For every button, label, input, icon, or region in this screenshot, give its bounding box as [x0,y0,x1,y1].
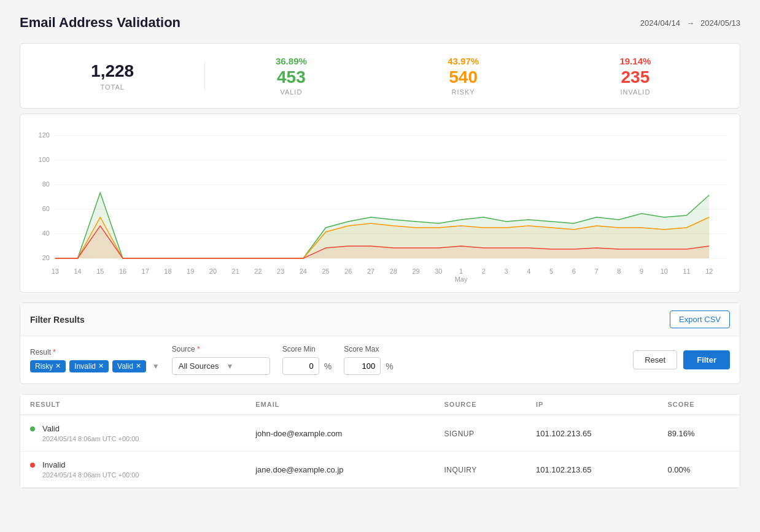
result-cell: Valid 2024/05/14 8:06am UTC +00:00 [20,415,246,452]
invalid-value: 235 [562,67,709,87]
svg-text:27: 27 [367,268,374,275]
result-cell: Invalid 2024/05/14 8:06am UTC +00:00 [20,452,246,488]
col-email: EMAIL [246,395,434,415]
export-csv-button[interactable]: Export CSV [670,310,730,328]
svg-text:14: 14 [74,268,81,275]
score-min-input[interactable] [282,357,319,375]
svg-text:16: 16 [119,268,126,275]
svg-text:5: 5 [549,268,553,275]
source-cell: INQUIRY [435,452,527,488]
filter-button[interactable]: Filter [683,350,730,369]
invalid-pct: 19.14% [562,56,709,66]
svg-text:3: 3 [505,268,508,275]
svg-text:7: 7 [594,268,598,275]
source-dropdown-arrow-icon: ▼ [226,362,233,371]
score-max-label: Score Max [344,345,393,353]
col-result: RESULT [20,395,246,415]
filter-body: Result * Risky ✕ Invalid ✕ Valid ✕ [20,336,740,384]
svg-text:60: 60 [42,205,50,212]
summary-card: 1,228 TOTAL 36.89% 453 VALID 43.97% 540 … [20,43,740,109]
risky-stat: 43.97% 540 RISKY [378,56,549,96]
svg-text:28: 28 [390,268,397,275]
score-max-input[interactable] [344,357,381,375]
filter-actions: Reset Filter [633,350,730,369]
date-range: 2024/04/14 → 2024/05/13 [640,18,740,28]
result-label: Valid [42,424,139,433]
result-filter-group: Result * Risky ✕ Invalid ✕ Valid ✕ [30,348,160,372]
tag-invalid[interactable]: Invalid ✕ [69,360,109,372]
score-min-label: Score Min [282,345,332,353]
email-cell: john-doe@example.com [246,415,434,452]
valid-label: VALID [217,88,365,96]
svg-text:30: 30 [435,268,442,275]
svg-text:19: 19 [187,268,194,275]
svg-text:4: 4 [527,268,530,275]
valid-stat: 36.89% 453 VALID [205,56,377,96]
table-row: Invalid 2024/05/14 8:06am UTC +00:00 jan… [20,452,740,488]
total-label: TOTAL [39,83,186,91]
result-label: Invalid [42,460,139,469]
date-start: 2024/04/14 [640,18,680,28]
filter-header: Filter Results Export CSV [20,303,740,336]
svg-text:12: 12 [705,268,713,275]
svg-text:17: 17 [142,268,149,275]
result-dropdown-arrow-icon[interactable]: ▼ [152,362,160,371]
score-max-group: Score Max % [344,345,393,375]
valid-value: 453 [217,67,365,87]
results-tbody: Valid 2024/05/14 8:06am UTC +00:00 john-… [20,415,740,488]
score-min-pct: % [324,361,332,371]
col-source: SOURCE [435,395,527,415]
invalid-stat: 19.14% 235 INVALID [549,56,721,96]
svg-text:26: 26 [344,268,352,275]
svg-text:40: 40 [42,229,50,237]
remove-risky-tag[interactable]: ✕ [55,362,61,370]
table-header-row: RESULT EMAIL SOURCE IP SCORE [20,395,740,415]
svg-text:120: 120 [39,131,50,139]
filter-title: Filter Results [30,315,85,325]
result-time: 2024/05/14 8:06am UTC +00:00 [42,435,139,442]
date-arrow-icon: → [686,18,694,28]
svg-text:6: 6 [572,268,576,275]
svg-text:May: May [455,276,468,283]
reset-button[interactable]: Reset [633,350,677,369]
remove-valid-tag[interactable]: ✕ [136,362,141,370]
ip-cell: 101.102.213.65 [526,452,658,488]
page-title: Email Address Validation [20,15,180,31]
svg-text:15: 15 [96,268,104,275]
svg-text:20: 20 [209,268,217,275]
svg-text:25: 25 [322,268,330,275]
score-max-row: % [344,357,393,375]
svg-text:24: 24 [300,268,307,275]
result-dot-icon [30,426,35,431]
svg-text:11: 11 [683,268,690,275]
tag-risky[interactable]: Risky ✕ [30,360,66,372]
svg-text:8: 8 [617,268,621,275]
svg-text:20: 20 [42,254,50,261]
svg-text:29: 29 [413,268,420,275]
result-filter-label: Result * [30,348,160,357]
filter-card: Filter Results Export CSV Result * Risky… [20,303,740,384]
svg-text:21: 21 [232,268,239,275]
invalid-label: INVALID [562,88,709,96]
source-select[interactable]: All Sources ▼ [172,357,270,375]
total-stat: 1,228 TOTAL [39,61,205,91]
chart-card: 120 100 80 60 40 20 13 14 15 16 17 [20,114,740,293]
line-chart: 120 100 80 60 40 20 13 14 15 16 17 [33,126,727,280]
source-filter-label: Source * [172,345,270,353]
ip-cell: 101.102.213.65 [526,415,658,452]
source-cell: SIGNUP [435,415,527,452]
svg-text:10: 10 [661,268,668,275]
svg-text:23: 23 [277,268,284,275]
svg-text:1: 1 [459,268,463,275]
risky-label: RISKY [390,88,537,96]
svg-text:22: 22 [254,268,262,275]
chart-container: 120 100 80 60 40 20 13 14 15 16 17 [33,126,727,280]
tag-valid[interactable]: Valid ✕ [112,360,146,372]
col-ip: IP [526,395,658,415]
svg-text:80: 80 [42,180,50,188]
source-filter-group: Source * All Sources ▼ [172,345,270,375]
remove-invalid-tag[interactable]: ✕ [98,362,104,370]
source-value: All Sources [179,361,219,371]
result-dot-icon [30,463,35,468]
table-row: Valid 2024/05/14 8:06am UTC +00:00 john-… [20,415,740,452]
